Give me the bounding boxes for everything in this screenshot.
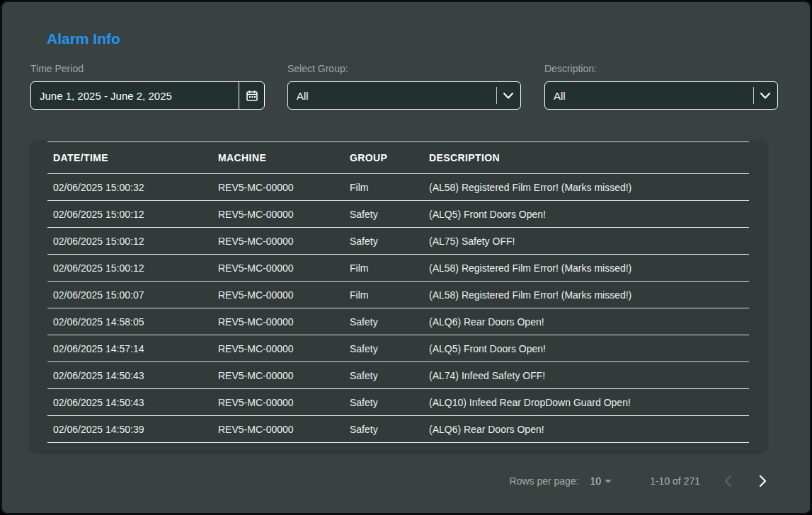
calendar-icon [246,90,258,101]
group-filter: Select Group: All [287,63,521,110]
table-row: 02/06/2025 15:00:32 REV5-MC-00000 Film (… [47,174,749,201]
description-filter: Description: All [544,63,778,110]
previous-page-button[interactable] [721,472,735,490]
cell-datetime: 02/06/2025 14:57:14 [47,335,212,362]
rows-per-page-value: 10 [590,475,602,487]
cell-description: (ALQ6) Rear Doors Open! [423,308,749,335]
next-page-button[interactable] [756,472,770,490]
table-row: 02/06/2025 15:00:07 REV5-MC-00000 Film (… [47,282,749,308]
table-header-row: DATE/TIME MACHINE GROUP DESCRIPTION [47,142,749,174]
alarm-table-card: DATE/TIME MACHINE GROUP DESCRIPTION 02/0… [30,141,766,451]
cell-group: Film [344,255,423,282]
column-header-datetime: DATE/TIME [47,142,212,174]
table-row: 02/06/2025 15:00:12 REV5-MC-00000 Safety… [47,228,749,255]
time-period-input[interactable] [30,81,239,110]
cell-description: (ALQ5) Front Doors Open! [423,201,749,228]
time-period-label: Time Period [30,63,265,74]
cell-description: (ALQ5) Front Doors Open! [423,335,749,362]
group-select-label: Select Group: [287,63,521,74]
cell-description: (ALQ6) Rear Doors Open! [423,416,749,443]
rows-per-page-label: Rows per page: [510,475,579,487]
description-select-value: All [554,90,753,102]
cell-description: (AL74) Infeed Safety OFF! [423,362,749,389]
cell-machine: REV5-MC-00000 [212,255,344,282]
cell-description: (AL58) Registered Film Error! (Marks mis… [423,255,749,282]
cell-datetime: 02/06/2025 15:00:12 [47,255,212,282]
cell-datetime: 02/06/2025 15:00:12 [47,228,212,255]
cell-group: Safety [344,362,423,389]
description-select[interactable]: All [544,81,778,110]
cell-datetime: 02/06/2025 15:00:12 [47,201,212,228]
filter-bar: Time Period [30,63,778,110]
page-title: Alarm Info [47,30,778,47]
cell-datetime: 02/06/2025 14:58:05 [47,308,212,335]
pagination-bar: Rows per page: 10 1-10 of 271 [30,472,778,490]
table-row: 02/06/2025 15:00:12 REV5-MC-00000 Safety… [47,201,749,228]
chevron-down-icon [503,93,513,99]
cell-group: Safety [344,201,423,228]
rows-per-page-select[interactable]: 10 [590,475,612,487]
time-period-input-group [30,81,265,110]
cell-machine: REV5-MC-00000 [212,201,344,228]
group-select-value: All [297,90,496,102]
column-header-description: DESCRIPTION [423,142,749,174]
select-divider [496,87,497,104]
cell-description: (ALQ10) Infeed Rear DropDown Guard Open! [423,389,749,416]
cell-machine: REV5-MC-00000 [212,416,344,443]
cell-datetime: 02/06/2025 15:00:32 [47,174,212,201]
cell-datetime: 02/06/2025 15:00:07 [47,282,212,308]
cell-machine: REV5-MC-00000 [212,308,344,335]
cell-description: (AL75) Safety OFF! [423,228,749,255]
column-header-group: GROUP [344,142,423,174]
cell-datetime: 02/06/2025 14:50:43 [47,362,212,389]
cell-machine: REV5-MC-00000 [212,335,344,362]
cell-group: Safety [344,228,423,255]
chevron-right-icon [759,475,767,487]
cell-group: Safety [344,416,423,443]
table-row: 02/06/2025 14:57:14 REV5-MC-00000 Safety… [47,335,749,362]
group-select[interactable]: All [287,81,521,110]
cell-machine: REV5-MC-00000 [212,174,344,201]
alarm-table-body: 02/06/2025 15:00:32 REV5-MC-00000 Film (… [47,174,749,443]
cell-group: Film [344,282,423,308]
pagination-range: 1-10 of 271 [650,475,700,487]
alarm-info-page: Alarm Info Time Period [0,0,812,515]
cell-group: Safety [344,335,423,362]
description-select-label: Description: [544,63,778,74]
cell-group: Safety [344,308,423,335]
table-row: 02/06/2025 15:00:12 REV5-MC-00000 Film (… [47,255,749,282]
column-header-machine: MACHINE [212,142,344,174]
chevron-down-icon [760,93,770,99]
table-row: 02/06/2025 14:58:05 REV5-MC-00000 Safety… [47,308,749,335]
cell-datetime: 02/06/2025 14:50:43 [47,389,212,416]
cell-machine: REV5-MC-00000 [212,282,344,308]
caret-down-icon [605,480,612,483]
cell-machine: REV5-MC-00000 [212,389,344,416]
cell-group: Safety [344,389,423,416]
cell-machine: REV5-MC-00000 [212,228,344,255]
time-period-filter: Time Period [30,63,265,110]
cell-description: (AL58) Registered Film Error! (Marks mis… [423,282,749,308]
table-row: 02/06/2025 14:50:43 REV5-MC-00000 Safety… [47,389,749,416]
cell-datetime: 02/06/2025 14:50:39 [47,416,212,443]
select-divider [753,87,754,104]
cell-machine: REV5-MC-00000 [212,362,344,389]
table-row: 02/06/2025 14:50:43 REV5-MC-00000 Safety… [47,362,749,389]
cell-description: (AL58) Registered Film Error! (Marks mis… [423,174,749,201]
table-row: 02/06/2025 14:50:39 REV5-MC-00000 Safety… [47,416,749,443]
calendar-button[interactable] [239,81,265,110]
cell-group: Film [344,174,423,201]
alarm-table: DATE/TIME MACHINE GROUP DESCRIPTION 02/0… [47,141,749,443]
chevron-left-icon [724,475,732,487]
